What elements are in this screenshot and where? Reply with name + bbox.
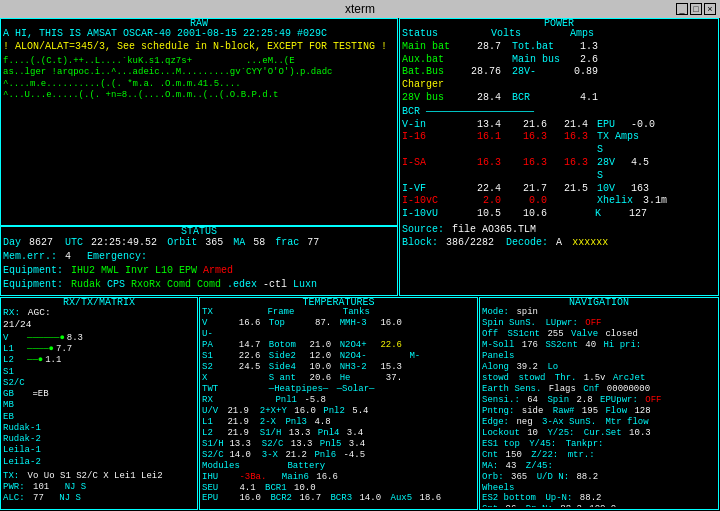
nav-lo-label: Lo xyxy=(547,362,558,372)
nav-mode-label: Mode: xyxy=(482,307,509,317)
rxtx-rx-label: RX: xyxy=(3,307,20,318)
nav-mtr-label: mtr.: xyxy=(568,450,595,460)
power-bcr-a: 4.1 xyxy=(573,92,598,105)
temp-side4-val: 10.0 xyxy=(306,362,331,373)
temp-side4-label: Side4 xyxy=(269,362,301,373)
nav-stowd-row: stowd stowd Thr. 1.5v ArcJet xyxy=(482,373,716,384)
nav-wheels-label: Wheels xyxy=(482,483,514,493)
power-vin-row: V-in 13.4 21.6 21.4 EPU -0.0 xyxy=(402,119,716,132)
rxtx-tx-section: TX: Vo Uo S1 S2/C X Lei1 Lei2 PWR: 101 N… xyxy=(3,471,195,505)
nav-stowd1-label: stowd xyxy=(482,373,509,383)
nav-off-row: Off SS1cnt 255 Valve closed xyxy=(482,329,716,340)
nav-es2-label: ES2 bottom xyxy=(482,493,536,503)
rxtx-panel-body: RX: AGC: 21/24 V ——————● 8.3 L1 ————● xyxy=(3,307,195,507)
rxtx-tx-label: TX: xyxy=(3,471,19,481)
nav-dn-label: Dn-N: xyxy=(526,504,553,507)
temp-rx-row4: S1/H 13.3 S2/C 13.3 Pnl5 3.4 xyxy=(202,439,475,450)
temp-l2-val: 21.9 xyxy=(227,428,252,439)
temp-row1: V 16.6 Top 87. MMH-3 16.0 xyxy=(202,318,475,329)
power-xhelix-label: Xhelix xyxy=(597,195,637,208)
power-block-row: Block: 386/2282 Decode: A xxxxxx xyxy=(402,237,716,250)
temp-mmh3-label: MMH-3 xyxy=(340,318,372,329)
nav-cnt-val: 150 xyxy=(506,450,522,460)
temp-he-label: He xyxy=(340,373,372,384)
nav-along-label: Along xyxy=(482,362,509,372)
nav-along-val: 39.2 xyxy=(516,362,538,372)
nav-cnf-label: Cnf xyxy=(583,384,599,394)
temp-bcr3-val: 14.0 xyxy=(359,493,381,503)
temp-top-val: 87. xyxy=(306,318,331,329)
title-bar-buttons: _ □ × xyxy=(676,3,716,15)
nav-off-label: Off xyxy=(482,329,498,339)
close-button[interactable]: × xyxy=(704,3,716,15)
temp-s2-label: S2 xyxy=(202,362,220,373)
nav-pntng-label: Pntng: xyxy=(482,406,514,416)
temp-seu-label: SEU xyxy=(202,483,232,494)
nav-valve-val: closed xyxy=(605,329,637,339)
power-vin-label: V-in xyxy=(402,119,460,132)
power-header-row: Status Volts Amps xyxy=(402,28,716,41)
rxtx-rxval-row: 21/24 xyxy=(3,319,195,331)
rxtx-leila2-row: Leila-2 xyxy=(3,457,195,468)
temp-nh32-label: NH3-2 xyxy=(340,362,372,373)
temp-main6-label: Main6 xyxy=(282,472,309,482)
status-utc-label: UTC xyxy=(65,237,83,248)
terminal-screen: RAW A HI, THIS IS AMSAT OSCAR-40 2001-08… xyxy=(0,18,720,511)
nav-edge-label: Edge: xyxy=(482,417,509,427)
power-mainbus-label: Main bus xyxy=(512,54,567,67)
temp-bcr3-label: BCR3 xyxy=(330,493,352,503)
temp-s1h2-val: 13.3 xyxy=(229,439,254,450)
temp-s2-val: 24.5 xyxy=(225,362,260,373)
power-totbat-a: 1.3 xyxy=(573,41,598,54)
temp-pnl4-label: Pnl4 xyxy=(318,428,340,438)
power-batbus-v: 28.76 xyxy=(466,66,501,79)
nav-ss2cnt-val: 40 xyxy=(585,340,596,350)
power-28vbus-v: 28.4 xyxy=(466,92,501,105)
nav-cnt-row: Cnt 150 Z/22: mtr.: xyxy=(482,450,716,461)
temp-pnl3-val: 4.8 xyxy=(314,417,330,427)
rxtx-l2-label: L2 xyxy=(3,355,25,366)
raw-line2: ! ALON/ALAT=345/3, See schedule in N-blo… xyxy=(3,41,395,54)
temp-modules-row: Modules Battery xyxy=(202,461,475,472)
nav-orb1-val: 365 xyxy=(511,472,527,482)
power-i10vu-v: 10.5 xyxy=(466,208,501,221)
nav-edge-val: neg xyxy=(516,417,532,427)
status-equip2-row: Equipment: Rudak CPS RxoRx Comd Comd .ed… xyxy=(3,278,395,292)
power-i10vc-v: 2.0 xyxy=(466,195,501,208)
temp-seu-row: SEU 4.1 BCR1 10.0 xyxy=(202,483,475,494)
power-batbus-row: Bat.Bus 28.76 28V- 0.89 xyxy=(402,66,716,79)
rxtx-rx-row: RX: AGC: xyxy=(3,307,195,319)
rxtx-leila2-label: Leila-2 xyxy=(3,457,41,467)
temp-modules-label: Modules xyxy=(202,461,252,472)
minimize-button[interactable]: _ xyxy=(676,3,688,15)
power-block-label: Block: xyxy=(402,237,438,248)
maximize-button[interactable]: □ xyxy=(690,3,702,15)
power-vin-a2: 21.4 xyxy=(553,119,588,132)
rxtx-s2c-label: S2/C xyxy=(3,378,25,389)
rxtx-rudak1-row: Rudak-1 xyxy=(3,423,195,434)
nav-upn-val: 88.2 xyxy=(580,493,602,503)
nav-upn-label: Up-N: xyxy=(545,493,572,503)
temp-panel-body: TX Frame Tanks V 16.6 Top 87. MMH-3 16.0… xyxy=(202,307,475,507)
temp-v-label: V xyxy=(202,318,220,329)
temp-uvpa-label: U/V xyxy=(202,406,220,417)
temp-l1-label: L1 xyxy=(202,417,220,428)
power-xhelix-val: 3.1m xyxy=(643,195,667,206)
status-orbit-label: Orbit xyxy=(167,237,197,248)
temp-row2: U-PA 14.7 Botom 21.0 N2O4+ 22.6 xyxy=(202,329,475,351)
rxtx-l1-bar: ————● xyxy=(27,344,54,355)
temp-2x-label: 2-X xyxy=(260,417,276,427)
temp-sant-label: S ant xyxy=(269,373,301,384)
power-panel: POWER Status Volts Amps Main bat 28.7 To… xyxy=(399,18,719,296)
status-day-row: Day 8627 UTC 22:25:49.52 Orbit 365 MA 58… xyxy=(3,236,395,250)
rxtx-pwr-label: PWR: xyxy=(3,482,25,492)
nav-mode-val: spin xyxy=(516,307,538,317)
rxtx-l2-val: 1.1 xyxy=(45,355,61,366)
raw-noise1: f....(.(C.t).++..L....`kuK.s1.qz7s+ ...e… xyxy=(3,56,395,68)
temp-epu-row: EPU 16.0 BCR2 16.7 BCR3 14.0 Aux5 18.6 xyxy=(202,493,475,504)
temp-pnl1-label: Pnl1 xyxy=(275,395,297,405)
temp-n2o4p-label: N2O4+ xyxy=(340,340,372,351)
temp-nh32-val: 15.3 xyxy=(377,362,402,373)
rxtx-v-val: 8.3 xyxy=(67,333,83,344)
power-decode-val: A xyxy=(556,237,562,248)
